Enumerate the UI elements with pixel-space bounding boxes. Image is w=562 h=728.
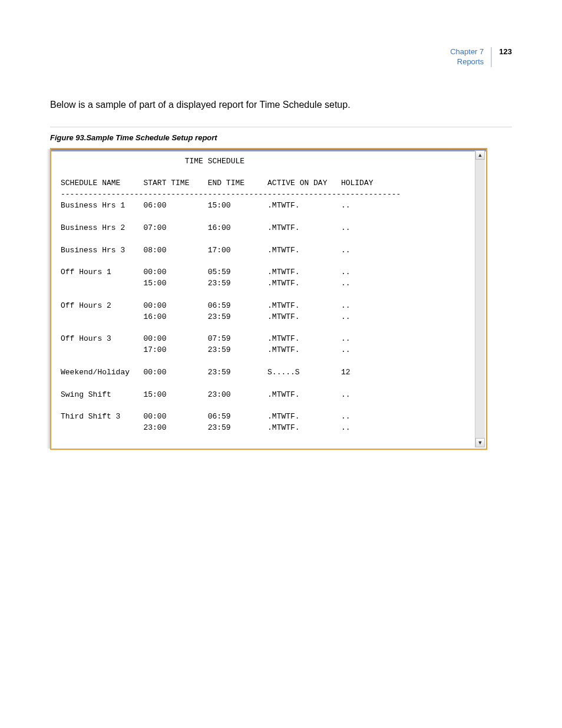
- document-page: Chapter 7 Reports 123 Below is a sample …: [0, 0, 562, 728]
- chevron-down-icon: ▼: [478, 440, 483, 446]
- report-body: TIME SCHEDULE SCHEDULE NAME START TIME E…: [55, 153, 474, 445]
- header-page-number: 123: [492, 47, 512, 56]
- section-divider: [50, 127, 512, 127]
- figure-caption: Figure 93.Sample Time Schedule Setup rep…: [50, 133, 512, 142]
- header-chapter: Chapter 7: [450, 47, 484, 57]
- chevron-up-icon: ▲: [478, 152, 483, 158]
- report-screenshot: TIME SCHEDULE SCHEDULE NAME START TIME E…: [50, 148, 487, 450]
- scroll-up-button[interactable]: ▲: [475, 150, 485, 160]
- screenshot-left-shadow: [47, 149, 50, 449]
- screenshot-top-accent: [51, 149, 486, 151]
- intro-paragraph: Below is a sample of part of a displayed…: [50, 100, 512, 110]
- scroll-down-button[interactable]: ▼: [475, 438, 485, 447]
- vertical-scrollbar[interactable]: ▲ ▼: [475, 150, 485, 447]
- header-chapter-block: Chapter 7 Reports: [450, 47, 492, 67]
- header-section: Reports: [450, 57, 484, 67]
- page-header: Chapter 7 Reports 123: [50, 47, 512, 67]
